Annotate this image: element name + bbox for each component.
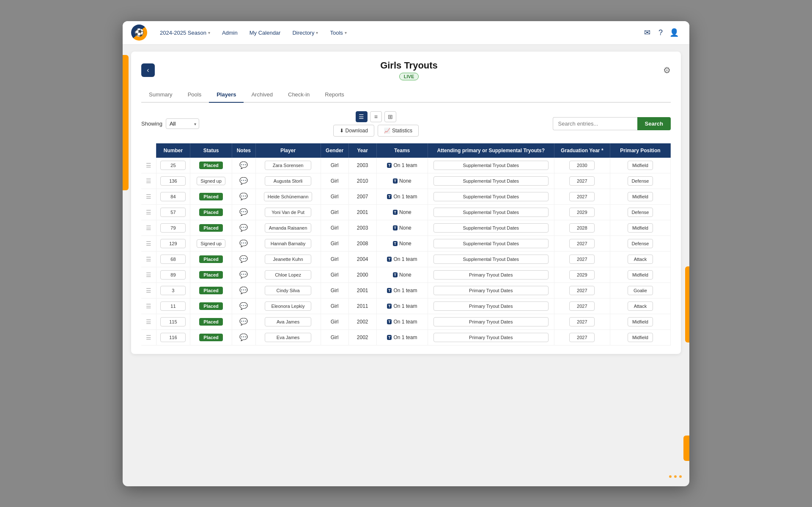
search-button[interactable]: Search (637, 117, 671, 130)
row-teams: T On 1 team (376, 189, 428, 204)
row-handle[interactable]: ☰ (141, 298, 156, 314)
tab-summary[interactable]: Summary (141, 87, 180, 103)
row-year: 2002 (348, 314, 376, 329)
grid-view-button[interactable]: ⊞ (384, 111, 396, 122)
row-gradyear: 2027 (554, 189, 610, 204)
row-teams: T None (376, 236, 428, 251)
toolbar: Showing All Active Inactive ☰ ≡ ⊞ (141, 111, 671, 137)
main-content: ‹ Girls Tryouts LIVE ⚙ Summary Pools Pla… (131, 52, 681, 354)
list-view-button[interactable]: ☰ (356, 111, 368, 122)
compact-view-button[interactable]: ≡ (370, 111, 382, 122)
row-handle[interactable]: ☰ (141, 204, 156, 220)
row-handle[interactable]: ☰ (141, 251, 156, 267)
row-player: Yoni Van de Put (255, 204, 321, 220)
row-notes[interactable]: 💬 (232, 267, 255, 282)
row-notes[interactable]: 💬 (232, 282, 255, 298)
row-notes[interactable]: 💬 (232, 236, 255, 251)
table-row: ☰ 3 Placed 💬 Cindy Silva Girl 2001 T On … (141, 282, 671, 298)
showing-select[interactable]: All Active Inactive (166, 118, 199, 129)
row-handle[interactable]: ☰ (141, 267, 156, 282)
row-status: Signed up (190, 173, 232, 189)
row-position: Midfield (610, 158, 670, 173)
row-number: 57 (156, 204, 190, 220)
row-attending: Primary Tryout Dates (428, 329, 554, 345)
statistics-button[interactable]: 📈 Statistics (378, 125, 419, 137)
search-area: Search (553, 117, 671, 130)
table-row: ☰ 79 Placed 💬 Amanda Raisanen Girl 2003 … (141, 220, 671, 236)
showing-select-wrapper[interactable]: All Active Inactive (166, 118, 199, 129)
row-handle[interactable]: ☰ (141, 173, 156, 189)
row-handle[interactable]: ☰ (141, 314, 156, 329)
season-menu[interactable]: 2024-2025 Season ▾ (154, 26, 216, 39)
row-teams: T None (376, 204, 428, 220)
row-number: 84 (156, 189, 190, 204)
col-header-number: Number (156, 143, 190, 158)
row-teams: T On 1 team (376, 314, 428, 329)
help-icon-button[interactable]: ? (654, 26, 667, 39)
row-player: Amanda Raisanen (255, 220, 321, 236)
page-title-area: Girls Tryouts LIVE (380, 60, 438, 80)
row-teams: T On 1 team (376, 282, 428, 298)
tools-menu[interactable]: Tools ▾ (324, 26, 352, 39)
row-status: Placed (190, 282, 232, 298)
tab-archived[interactable]: Archived (244, 87, 280, 103)
team-badge-icon: T (387, 288, 392, 293)
row-year: 2002 (348, 329, 376, 345)
row-position: Midfield (610, 329, 670, 345)
row-notes[interactable]: 💬 (232, 298, 255, 314)
row-notes[interactable]: 💬 (232, 329, 255, 345)
my-calendar-link[interactable]: My Calendar (244, 26, 287, 39)
mail-icon-button[interactable]: ✉ (640, 26, 654, 39)
row-gradyear: 2027 (554, 173, 610, 189)
download-button[interactable]: ⬇ Download (333, 125, 374, 137)
row-notes[interactable]: 💬 (232, 220, 255, 236)
row-gradyear: 2029 (554, 204, 610, 220)
row-gradyear: 2028 (554, 220, 610, 236)
row-handle[interactable]: ☰ (141, 282, 156, 298)
settings-button[interactable]: ⚙ (663, 65, 671, 75)
team-badge-icon: T (387, 335, 392, 340)
row-handle[interactable]: ☰ (141, 329, 156, 345)
row-handle[interactable]: ☰ (141, 236, 156, 251)
row-status: Placed (190, 298, 232, 314)
row-year: 2003 (348, 158, 376, 173)
row-handle[interactable]: ☰ (141, 158, 156, 173)
right-decoration-top (685, 266, 689, 343)
row-handle[interactable]: ☰ (141, 189, 156, 204)
row-status: Placed (190, 329, 232, 345)
row-notes[interactable]: 💬 (232, 173, 255, 189)
row-handle[interactable]: ☰ (141, 220, 156, 236)
row-position: Defense (610, 236, 670, 251)
col-header-position: Primary Position (610, 143, 670, 158)
row-notes[interactable]: 💬 (232, 251, 255, 267)
left-decoration (123, 55, 129, 190)
row-notes[interactable]: 💬 (232, 189, 255, 204)
row-gradyear: 2030 (554, 158, 610, 173)
directory-menu[interactable]: Directory ▾ (286, 26, 324, 39)
back-button[interactable]: ‹ (141, 63, 155, 77)
row-notes[interactable]: 💬 (232, 314, 255, 329)
tab-players[interactable]: Players (209, 87, 244, 103)
row-player: Augusta Storli (255, 173, 321, 189)
row-notes[interactable]: 💬 (232, 204, 255, 220)
row-attending: Primary Tryout Dates (428, 298, 554, 314)
row-gender: Girl (321, 220, 348, 236)
col-header-gradyear: Graduation Year * (554, 143, 610, 158)
tab-reports[interactable]: Reports (317, 87, 352, 103)
user-icon-button[interactable]: 👤 (667, 26, 681, 39)
tab-pools[interactable]: Pools (180, 87, 209, 103)
players-table-wrapper: Number Status Notes Player Gender Year T… (141, 143, 671, 345)
tools-chevron-icon: ▾ (345, 30, 347, 35)
row-gender: Girl (321, 251, 348, 267)
admin-link[interactable]: Admin (216, 26, 244, 39)
showing-label: Showing (141, 121, 162, 127)
row-gender: Girl (321, 204, 348, 220)
row-notes[interactable]: 💬 (232, 158, 255, 173)
row-attending: Supplemental Tryout Dates (428, 220, 554, 236)
tab-checkin[interactable]: Check-in (280, 87, 317, 103)
table-row: ☰ 57 Placed 💬 Yoni Van de Put Girl 2001 … (141, 204, 671, 220)
team-badge-icon: T (387, 257, 392, 262)
row-teams: T On 1 team (376, 158, 428, 173)
search-input[interactable] (553, 117, 637, 130)
row-player: Jeanette Kuhn (255, 251, 321, 267)
